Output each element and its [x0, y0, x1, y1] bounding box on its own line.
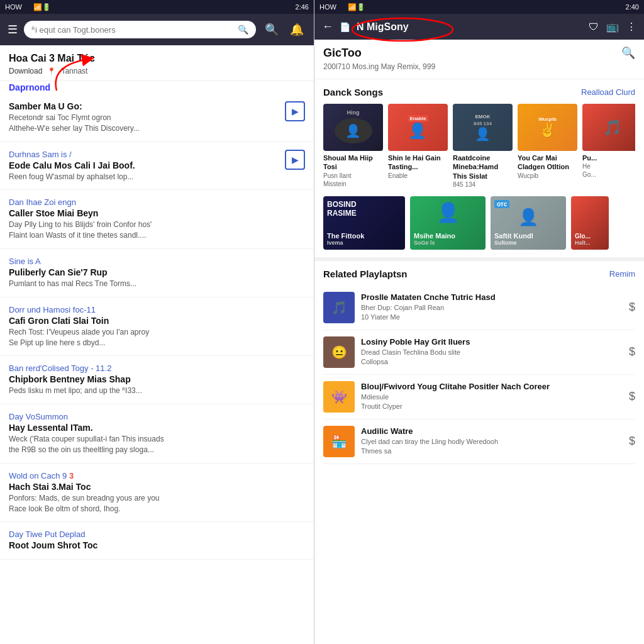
playlist-action-button[interactable]: $: [629, 435, 635, 448]
document-icon: 📄: [340, 22, 350, 32]
list-item: Ban rerd'Colised Togy - 11.2 Chipbork Be…: [0, 356, 314, 404]
hamburger-icon[interactable]: ☰: [8, 23, 18, 36]
playlist-name: Losiny Poble Hay Grit Iluers: [361, 337, 623, 347]
left-status-bar: HOW 📶🔋 2:46: [0, 0, 314, 14]
song-name: Puliberly Can Sie'7 Rup: [9, 267, 305, 277]
list-item: Wold on Cach 9 3 Hach Stai 3.Mai Toc Pon…: [0, 464, 314, 523]
song-desc: Reen foug W'asmal by aphalset lop...: [9, 172, 285, 182]
left-status-app: HOW: [5, 3, 22, 11]
playlist-action-button[interactable]: $: [629, 390, 635, 403]
search-bar[interactable]: 🔍: [24, 21, 256, 38]
playlist-info: Audilic Watre Clyel dad can tiray the Ll…: [361, 426, 623, 457]
reload-action[interactable]: Realload Clurd: [581, 87, 635, 97]
song-desc: Recetondr sai Toc Flymt ogronAlthehe-W'e…: [9, 113, 285, 134]
artist-card[interactable]: отс 👤 Saftit Kundl Sultome: [491, 196, 566, 250]
cast-icon[interactable]: 📺: [606, 21, 619, 33]
left-panel: HOW 📶🔋 2:46 ☰ 🔍 🔍 🔔 Hoa Cai 3 Mai Tóc Do…: [0, 0, 314, 644]
playlist-name: Blou|/Fwivord Youg Clitahe Positler Nach…: [361, 382, 623, 391]
song-meta: Download 📍 Tannast: [9, 67, 305, 75]
playlist-action-button[interactable]: $: [629, 345, 635, 358]
playlist-name: Audilic Watre: [361, 426, 623, 436]
playlist-item: 🎵 Proslle Mataten Cnche Tutric Hasd Bher…: [323, 286, 635, 330]
song-artist: Day VoSummon: [9, 412, 305, 421]
playlist-meta: MdiesuleTroutit Clyper: [361, 392, 623, 412]
related-section-header: Related Playlaptsn Remim: [323, 269, 635, 279]
playlist-item: 🏪 Audilic Watre Clyel dad can tiray the …: [323, 419, 635, 464]
back-button[interactable]: ←: [322, 20, 333, 33]
playlist-item: 😐 Losiny Poble Hay Grit Iluers Dread Cla…: [323, 330, 635, 375]
music-card[interactable]: Wucpib ✌️ You Car Mai Cladgen Otltion Wu…: [518, 104, 577, 189]
dance-songs-section: Danck Songs Realload Clurd Hing 👤: [314, 79, 644, 196]
section-header: Danck Songs Realload Clurd: [323, 87, 635, 97]
playlist-action-button[interactable]: $: [629, 301, 635, 314]
store-search-button[interactable]: 🔍: [621, 46, 635, 60]
song-name: Hach Stai 3.Mai Toc: [9, 482, 305, 492]
search-input[interactable]: [31, 25, 233, 35]
search-button[interactable]: 🔍: [262, 20, 281, 39]
music-card[interactable]: Enable 👤 Shin le Hai Gain Tasting... Ena…: [388, 104, 448, 189]
more-icon[interactable]: ⋮: [626, 21, 636, 33]
list-item: Samber Ma U Go: Recetondr sai Toc Flymt …: [0, 94, 314, 142]
right-panel: HOW 📶🔋 2:40 ← 📄 N MigSony 🛡 📺 ⋮ Gi: [314, 0, 644, 644]
song-name: Samber Ma U Go:: [9, 101, 285, 111]
song-artist: Ban rerd'Colised Togy - 11.2: [9, 364, 305, 373]
left-clock: 2:46: [296, 3, 309, 11]
playlist-meta: Clyel dad can tiray the Lling hodly Were…: [361, 437, 623, 457]
song-name: Eode Calu Mos Cali I Jai Boof.: [9, 160, 285, 170]
song-artist: Wold on Cach 9 3: [9, 471, 305, 480]
song-card-header: Hoa Cai 3 Mai Tóc Download 📍 Tannast: [0, 45, 314, 81]
song-artist: Day Tiwe Put Deplad: [9, 530, 305, 539]
location-icon: 📍: [47, 67, 56, 75]
music-card-title: Pu...: [582, 153, 635, 162]
song-artist: Dorr und Hamosi foc-11: [9, 305, 305, 314]
store-name: GicToo: [323, 47, 362, 60]
music-card-title: Shin le Hai Gain Tasting...: [388, 153, 448, 172]
music-card[interactable]: 🎵 Pu... HeGo...: [582, 104, 635, 189]
play-button[interactable]: ▶: [285, 101, 305, 121]
song-name: Chipbork Bentney Mias Shap: [9, 374, 305, 384]
left-topbar: ☰ 🔍 🔍 🔔: [0, 14, 314, 45]
annotation-label: Daprnond: [0, 81, 314, 94]
list-item: Dan Ihae Zoi engn Caller Stoe Miai Beyn …: [0, 190, 314, 249]
song-desc: Rech Tost: I'Veupeus alade you I'an apro…: [9, 327, 305, 348]
list-item: Day Tiwe Put Deplad Root Joum Shrot Toc: [0, 522, 314, 560]
right-topbar: ← 📄 N MigSony 🛡 📺 ⋮: [314, 14, 644, 40]
artist-card[interactable]: Glo... Halt...: [571, 196, 609, 250]
song-desc: Peds lisku m met lipo; and up the ᴿI33..…: [9, 386, 305, 396]
right-status-app: HOW: [319, 3, 336, 11]
song-desc: Weck ('Rata couper supullat-i fan This i…: [9, 434, 305, 455]
music-card[interactable]: Hing 👤 Shoual Ma Hiip Tosi Pusn IlantMis…: [323, 104, 383, 189]
playlist-thumb: 👾: [323, 381, 355, 413]
playlist-info: Proslle Mataten Cnche Tutric Hasd Bher D…: [361, 292, 623, 323]
play-button[interactable]: ▶: [285, 150, 305, 170]
location-name: Tannast: [61, 67, 87, 75]
music-card-subtitle: HeGo...: [582, 162, 635, 179]
song-title-main: Hoa Cai 3 Mai Tóc: [9, 53, 305, 64]
right-clock: 2:40: [626, 3, 639, 11]
playlist-thumb: 🎵: [323, 292, 355, 323]
song-desc: Day Plly Ling to his Blijds' froin Confo…: [9, 219, 305, 241]
right-status-bar: HOW 📶🔋 2:40: [314, 0, 644, 14]
artist-cards: BOSINDRASIME The Fittook Ivema 👤 Msihe M…: [323, 196, 635, 252]
song-artist: Durhnas Sam is /: [9, 150, 285, 159]
song-desc: Pumlant to has mal Recs Tne Torms...: [9, 279, 305, 289]
shield-icon: 🛡: [589, 21, 599, 33]
filter-icon[interactable]: 🔔: [287, 20, 306, 39]
remim-action[interactable]: Remim: [609, 269, 635, 279]
music-card-subtitle: 845 134: [453, 180, 513, 189]
song-name: Caller Stoe Miai Beyn: [9, 208, 305, 218]
search-inline-icon: 🔍: [238, 25, 248, 35]
playlist-info: Blou|/Fwivord Youg Clitahe Positler Nach…: [361, 382, 623, 412]
section-title: Danck Songs: [323, 87, 383, 97]
artist-card[interactable]: BOSINDRASIME The Fittook Ivema: [323, 196, 405, 250]
song-name: Hay Lessental ITam.: [9, 423, 305, 433]
right-icons: 🛡 📺 ⋮: [589, 21, 636, 33]
music-card[interactable]: EMOK 845 134 👤 Raatdcoine Mineba:Hamd Th…: [453, 104, 513, 189]
related-title: Related Playlaptsn: [323, 269, 407, 279]
playlist-thumb: 🏪: [323, 426, 355, 457]
store-tagline: 200l710 Mos.ing May Remix, 999: [323, 62, 635, 76]
artist-card[interactable]: 👤 Msihe Maino SoGe ls: [410, 196, 486, 250]
playlist-meta: Bher Dup: Cojan Pall Rean10 Yiater Me: [361, 303, 623, 323]
song-artist: Dan Ihae Zoi engn: [9, 197, 305, 207]
brand-name: N MigSony: [357, 21, 582, 33]
